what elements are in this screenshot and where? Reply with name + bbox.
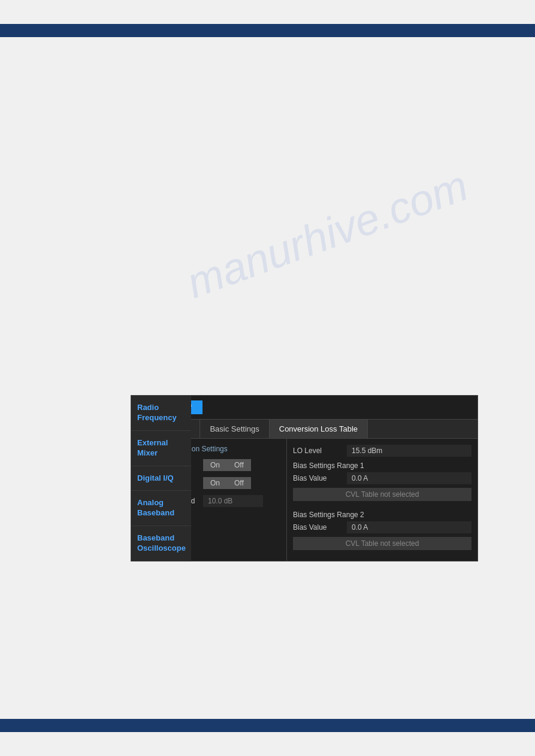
auto-id-on-button[interactable]: On bbox=[203, 477, 227, 489]
bias-value1: 0.0 A bbox=[347, 472, 471, 484]
top-bar bbox=[0, 24, 535, 37]
sidebar-item-digital-iq[interactable]: Digital I/Q bbox=[131, 466, 191, 491]
lo-level-label: LO Level bbox=[293, 447, 347, 455]
main-panel: Radio Frequency External Mixer Digital I… bbox=[131, 395, 478, 561]
signal-id-on-button[interactable]: On bbox=[203, 459, 227, 471]
signal-id-toggle: On Off bbox=[203, 459, 251, 471]
sidebar: Radio Frequency External Mixer Digital I… bbox=[131, 396, 191, 561]
sidebar-item-radio-frequency[interactable]: Radio Frequency bbox=[131, 396, 191, 431]
sidebar-item-baseband-oscilloscope[interactable]: Baseband Oscilloscope bbox=[131, 526, 191, 561]
sidebar-item-analog-baseband[interactable]: Analog Baseband bbox=[131, 491, 191, 526]
lo-level-value: 15.5 dBm bbox=[347, 445, 471, 457]
bias-value1-row: Bias Value 0.0 A bbox=[293, 472, 471, 484]
auto-id-toggle: On Off bbox=[203, 477, 251, 489]
tab-basic-settings[interactable]: Basic Settings bbox=[200, 420, 269, 438]
watermark: manurhive.com bbox=[180, 160, 474, 307]
tab-conversion-loss-table[interactable]: Conversion Loss Table bbox=[270, 420, 368, 438]
cvl-table-btn-2[interactable]: CVL Table not selected bbox=[293, 537, 471, 550]
bias-value2-label: Bias Value bbox=[293, 523, 347, 532]
sidebar-item-external-mixer[interactable]: External Mixer bbox=[131, 431, 191, 466]
bottom-bar bbox=[0, 719, 535, 732]
auto-id-off-button[interactable]: Off bbox=[227, 477, 251, 489]
lo-level-row: LO Level 15.5 dBm bbox=[293, 445, 471, 457]
bias-range2-title: Bias Settings Range 2 bbox=[293, 511, 471, 519]
bias-value2-row: Bias Value 0.0 A bbox=[293, 521, 471, 533]
bias-value1-label: Bias Value bbox=[293, 474, 347, 482]
auto-id-threshold-input[interactable] bbox=[203, 495, 263, 507]
bias-range1-title: Bias Settings Range 1 bbox=[293, 462, 471, 470]
bias-value2: 0.0 A bbox=[347, 521, 471, 533]
signal-id-off-button[interactable]: Off bbox=[227, 459, 251, 471]
right-panel: LO Level 15.5 dBm Bias Settings Range 1 … bbox=[287, 439, 477, 561]
cvl-table-btn-1[interactable]: CVL Table not selected bbox=[293, 488, 471, 501]
